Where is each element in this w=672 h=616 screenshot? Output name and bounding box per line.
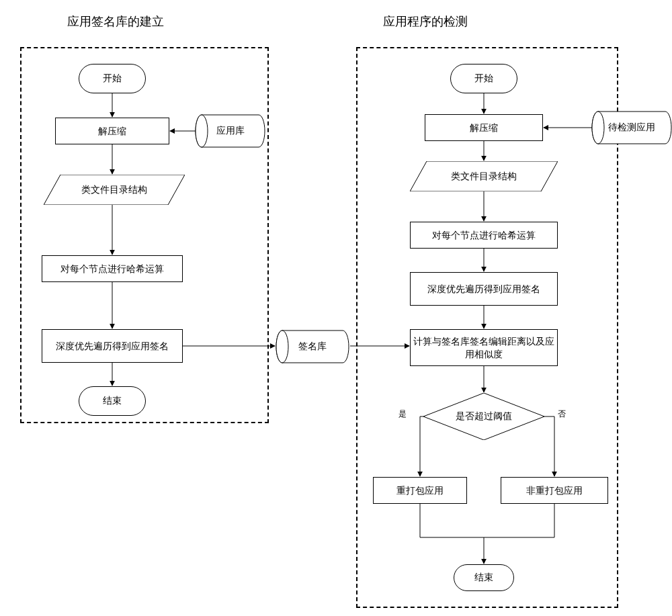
svg-point-1 xyxy=(196,115,208,147)
left-start-terminator: 开始 xyxy=(79,64,146,93)
center-sigstore-db: 签名库 xyxy=(276,330,349,363)
right-not-repack-process: 非重打包应用 xyxy=(501,477,608,504)
right-dirstruct-data: 类文件目录结构 xyxy=(410,161,558,191)
flow-diagram: 应用签名库的建立 应用程序的检测 开始 解压缩 应用库 类文件目录结构 对每个节… xyxy=(7,7,672,616)
right-dfs-process: 深度优先遍历得到应用签名 xyxy=(410,272,558,306)
left-app-store-db: 应用库 xyxy=(195,114,265,148)
decision-no-label: 否 xyxy=(558,408,566,420)
right-threshold-decision: 是否超过阈值 xyxy=(423,393,544,440)
right-calc-dist-process: 计算与签名库签名编辑距离以及应用相似度 xyxy=(410,329,558,366)
left-app-store-label: 应用库 xyxy=(216,125,245,137)
left-end-terminator: 结束 xyxy=(79,386,146,416)
left-decompress-process: 解压缩 xyxy=(55,118,169,144)
right-decompress-process: 解压缩 xyxy=(425,114,543,141)
right-repack-process: 重打包应用 xyxy=(373,477,467,504)
svg-point-4 xyxy=(276,331,288,363)
title-right: 应用程序的检测 xyxy=(383,13,468,30)
dash-left xyxy=(20,47,269,423)
right-decision-label: 是否超过阈值 xyxy=(456,410,512,423)
right-end-terminator: 结束 xyxy=(454,564,514,591)
left-dirstruct-label: 类文件目录结构 xyxy=(81,184,147,196)
right-app-to-detect-db: 待检测应用 xyxy=(591,111,672,144)
center-sigstore-label: 签名库 xyxy=(298,341,327,353)
right-app-to-detect-label: 待检测应用 xyxy=(608,122,655,134)
right-start-terminator: 开始 xyxy=(450,64,517,93)
title-left: 应用签名库的建立 xyxy=(67,13,164,30)
left-dfs-process: 深度优先遍历得到应用签名 xyxy=(42,329,183,363)
left-hash-process: 对每个节点进行哈希运算 xyxy=(42,255,183,282)
left-dirstruct-data: 类文件目录结构 xyxy=(44,175,185,205)
svg-point-6 xyxy=(592,112,604,144)
decision-yes-label: 是 xyxy=(398,408,407,420)
right-hash-process: 对每个节点进行哈希运算 xyxy=(410,222,558,249)
right-dirstruct-label: 类文件目录结构 xyxy=(451,171,517,183)
